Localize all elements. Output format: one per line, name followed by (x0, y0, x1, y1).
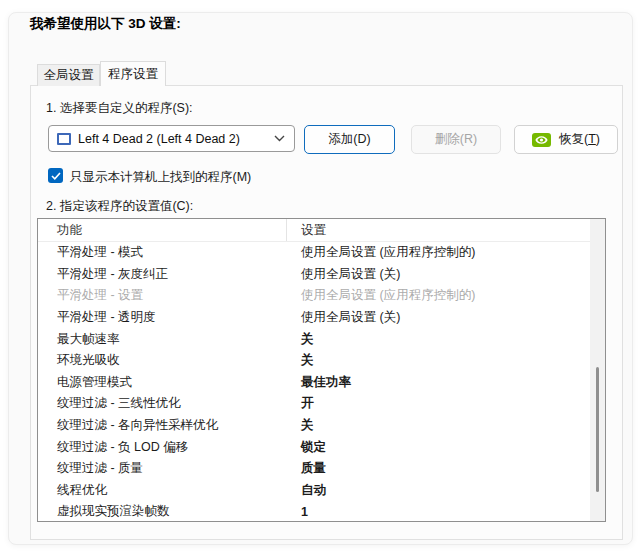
remove-button[interactable]: 删除(R) (411, 125, 501, 154)
table-row[interactable]: 平滑处理 - 设置 使用全局设置 (应用程序控制的) (38, 285, 589, 307)
setting-cell: 1 (287, 505, 308, 519)
feature-cell: 纹理过滤 - 各向异性采样优化 (38, 417, 287, 434)
setting-cell: 使用全局设置 (应用程序控制的) (287, 287, 475, 304)
feature-cell: 纹理过滤 - 三线性优化 (38, 395, 287, 412)
tab-program-settings-label: 程序设置 (108, 66, 158, 83)
feature-cell: 虚拟现实预渲染帧数 (38, 503, 287, 520)
table-row[interactable]: 纹理过滤 - 质量 质量 (38, 458, 589, 480)
specify-settings-label: 2. 指定该程序的设置值(C): (46, 198, 193, 215)
tab-global-settings[interactable]: 全局设置 (37, 64, 100, 86)
feature-cell: 平滑处理 - 模式 (38, 244, 287, 261)
program-icon (57, 133, 71, 145)
tab-program-settings[interactable]: 程序设置 (100, 61, 166, 86)
feature-cell: 纹理过滤 - 质量 (38, 460, 287, 477)
setting-cell: 使用全局设置 (应用程序控制的) (287, 244, 475, 261)
feature-cell: 平滑处理 - 灰度纠正 (38, 266, 287, 283)
restore-button-label: 恢复(T) (559, 131, 600, 148)
tab-global-settings-label: 全局设置 (44, 67, 94, 84)
select-program-label: 1. 选择要自定义的程序(S): (46, 100, 193, 117)
table-row[interactable]: 平滑处理 - 透明度 使用全局设置 (关) (38, 307, 589, 329)
settings-table: 功能 设置 平滑处理 - 模式 使用全局设置 (应用程序控制的) 平滑处理 - … (37, 218, 606, 522)
feature-cell: 纹理过滤 - 负 LOD 偏移 (38, 439, 287, 456)
feature-cell: 环境光吸收 (38, 352, 287, 369)
table-row[interactable]: 纹理过滤 - 负 LOD 偏移 锁定 (38, 436, 589, 458)
restore-button[interactable]: 恢复(T) (514, 125, 618, 154)
table-rows: 平滑处理 - 模式 使用全局设置 (应用程序控制的) 平滑处理 - 灰度纠正 使… (38, 242, 589, 521)
setting-cell: 关 (287, 331, 314, 348)
setting-cell: 质量 (287, 460, 326, 477)
column-header-setting[interactable]: 设置 (287, 222, 326, 239)
setting-cell: 使用全局设置 (关) (287, 266, 400, 283)
table-row[interactable]: 平滑处理 - 灰度纠正 使用全局设置 (关) (38, 264, 589, 286)
program-dropdown[interactable]: Left 4 Dead 2 (Left 4 Dead 2) (48, 125, 295, 152)
feature-cell: 最大帧速率 (38, 331, 287, 348)
page-title: 我希望使用以下 3D 设置: (30, 15, 181, 33)
setting-cell: 开 (287, 395, 314, 412)
feature-cell: 平滑处理 - 透明度 (38, 309, 287, 326)
setting-cell: 最佳功率 (287, 374, 351, 391)
feature-cell: 线程优化 (38, 482, 287, 499)
table-scrollbar-track[interactable] (590, 219, 605, 521)
table-row[interactable]: 纹理过滤 - 各向异性采样优化 关 (38, 415, 589, 437)
feature-cell: 电源管理模式 (38, 374, 287, 391)
show-local-programs-label: 只显示本计算机上找到的程序(M) (70, 169, 251, 186)
column-header-feature[interactable]: 功能 (38, 219, 287, 241)
setting-cell: 关 (287, 352, 314, 369)
table-row[interactable]: 环境光吸收 关 (38, 350, 589, 372)
table-header: 功能 设置 (38, 219, 605, 242)
table-row[interactable]: 虚拟现实预渲染帧数 1 (38, 501, 589, 521)
table-row[interactable]: 最大帧速率 关 (38, 328, 589, 350)
show-local-programs-checkbox[interactable] (48, 168, 63, 183)
remove-button-label: 删除(R) (435, 131, 477, 148)
table-row[interactable]: 线程优化 自动 (38, 480, 589, 502)
table-row[interactable]: 电源管理模式 最佳功率 (38, 372, 589, 394)
table-row[interactable]: 纹理过滤 - 三线性优化 开 (38, 393, 589, 415)
setting-cell: 锁定 (287, 439, 326, 456)
setting-cell: 关 (287, 417, 314, 434)
setting-cell: 自动 (287, 482, 326, 499)
table-row[interactable]: 平滑处理 - 模式 使用全局设置 (应用程序控制的) (38, 242, 589, 264)
setting-cell: 使用全局设置 (关) (287, 309, 400, 326)
check-icon (51, 172, 61, 180)
program-dropdown-value: Left 4 Dead 2 (Left 4 Dead 2) (78, 132, 267, 146)
feature-cell: 平滑处理 - 设置 (38, 287, 287, 304)
chevron-down-icon (274, 135, 285, 142)
add-button-label: 添加(D) (328, 131, 370, 148)
add-button[interactable]: 添加(D) (304, 125, 395, 154)
table-scrollbar-thumb[interactable] (596, 367, 599, 492)
nvidia-icon (532, 133, 551, 147)
